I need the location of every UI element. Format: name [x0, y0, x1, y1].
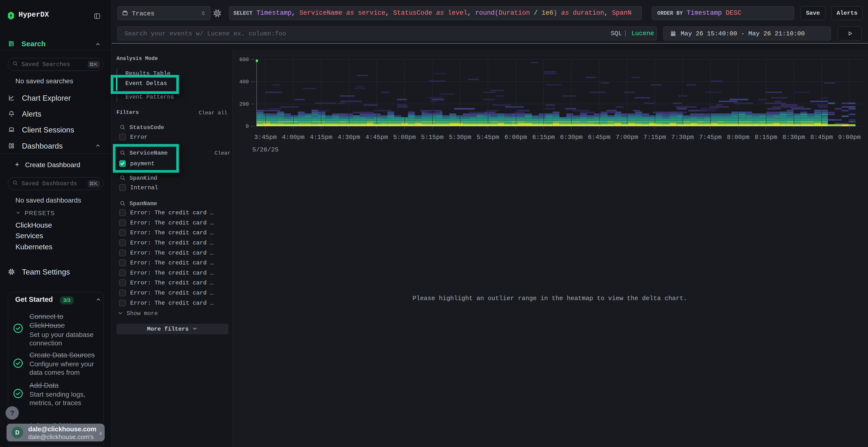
svg-text:5:30pm: 5:30pm — [449, 134, 471, 141]
svg-text:3:45pm: 3:45pm — [254, 134, 277, 141]
svg-text:7:15pm: 7:15pm — [644, 134, 666, 141]
svg-text:5/26/25: 5/26/25 — [252, 146, 278, 153]
svg-text:7:30pm: 7:30pm — [671, 134, 694, 141]
svg-text:4:15pm: 4:15pm — [310, 134, 333, 141]
svg-text:8:45pm: 8:45pm — [810, 134, 833, 141]
svg-text:8:00pm: 8:00pm — [727, 134, 750, 141]
svg-text:4:00pm: 4:00pm — [282, 134, 305, 141]
svg-text:4:30pm: 4:30pm — [338, 134, 360, 141]
svg-text:5:00pm: 5:00pm — [393, 134, 416, 141]
svg-text:400: 400 — [239, 79, 249, 85]
svg-text:6:00pm: 6:00pm — [504, 134, 527, 141]
svg-text:4:45pm: 4:45pm — [365, 134, 388, 141]
svg-text:9:00pm: 9:00pm — [838, 134, 861, 141]
svg-text:6:15pm: 6:15pm — [532, 134, 555, 141]
svg-text:8:15pm: 8:15pm — [755, 134, 777, 141]
svg-text:0: 0 — [246, 124, 249, 130]
svg-text:8:30pm: 8:30pm — [782, 134, 805, 141]
svg-text:7:00pm: 7:00pm — [616, 134, 638, 141]
svg-text:7:45pm: 7:45pm — [699, 134, 722, 141]
svg-text:6:30pm: 6:30pm — [560, 134, 583, 141]
svg-text:600: 600 — [239, 57, 249, 63]
svg-text:5:45pm: 5:45pm — [477, 134, 499, 141]
svg-text:6:45pm: 6:45pm — [588, 134, 611, 141]
svg-text:5:15pm: 5:15pm — [421, 134, 444, 141]
svg-text:200: 200 — [239, 101, 249, 107]
